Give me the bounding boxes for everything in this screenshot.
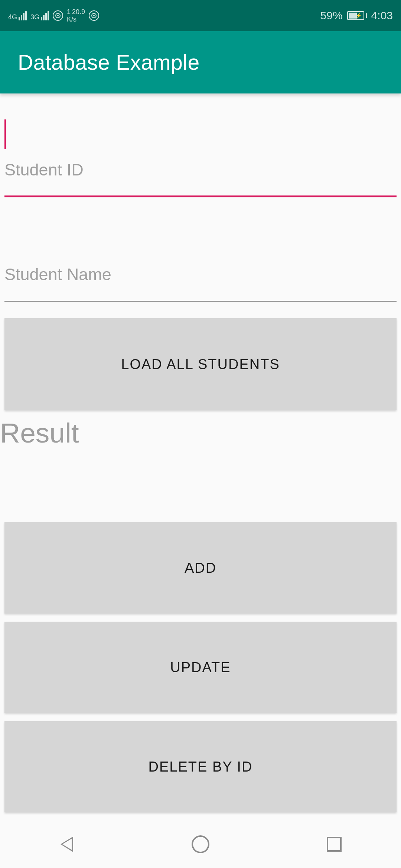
delete-by-id-button[interactable]: DELETE BY ID (4, 721, 397, 812)
network-speed: 1 20.9 K/s (67, 8, 85, 23)
text-cursor (4, 119, 6, 149)
network-label-1: 4G (8, 14, 17, 20)
status-bar: 4G 3G 1 20.9 K/s 59% ⚡ 4:03 (0, 0, 401, 31)
add-button[interactable]: ADD (4, 522, 397, 614)
app-bar: Database Example (0, 31, 401, 93)
broadcast-icon (89, 10, 99, 21)
load-all-students-button[interactable]: LOAD ALL STUDENTS (4, 318, 397, 410)
recents-icon[interactable] (324, 834, 345, 855)
student-name-field-wrap (4, 197, 397, 302)
student-id-input[interactable] (4, 160, 397, 197)
status-left: 4G 3G 1 20.9 K/s (8, 8, 99, 23)
speed-superscript: 1 (67, 8, 71, 16)
signal-3g-icon: 3G (30, 11, 49, 20)
battery-icon: ⚡ (347, 11, 367, 20)
clock: 4:03 (371, 9, 393, 22)
input-underline (4, 301, 397, 302)
update-button[interactable]: UPDATE (4, 622, 397, 713)
student-name-input[interactable] (4, 265, 397, 302)
speed-value: 20.9 (72, 8, 85, 16)
home-icon[interactable] (190, 834, 211, 855)
main-content: LOAD ALL STUDENTS Result ADD UPDATE DELE… (0, 93, 401, 812)
student-id-field-wrap (4, 93, 397, 197)
status-right: 59% ⚡ 4:03 (320, 9, 393, 22)
speed-unit: K/s (67, 16, 85, 23)
spacer (4, 453, 397, 514)
back-icon[interactable] (56, 834, 77, 855)
battery-percent: 59% (320, 9, 343, 22)
hotspot-icon (53, 10, 63, 21)
network-label-2: 3G (30, 14, 39, 20)
page-title: Database Example (18, 50, 200, 75)
result-label: Result (0, 412, 397, 453)
signal-4g-icon: 4G (8, 11, 27, 20)
navigation-bar (0, 821, 401, 868)
